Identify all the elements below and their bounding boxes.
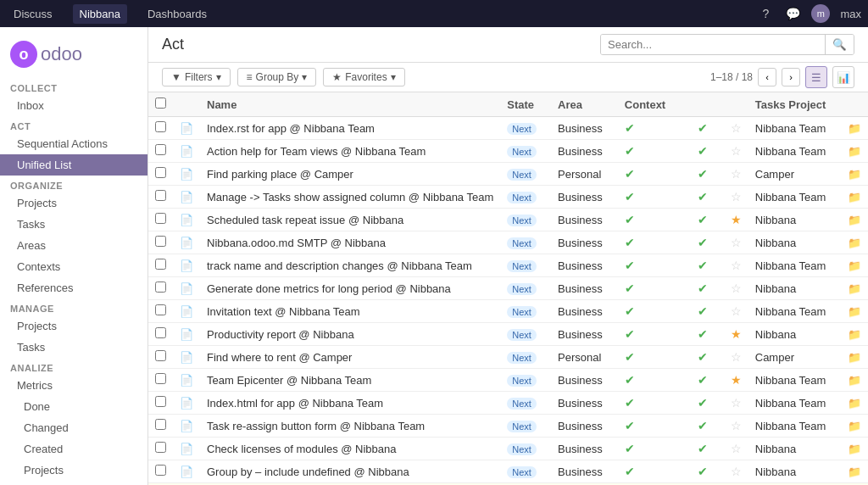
- search-button[interactable]: 🔍: [825, 35, 854, 54]
- row-name[interactable]: Task re-assign button form @ Nibbana Tea…: [200, 415, 500, 438]
- list-view-button[interactable]: ☰: [805, 66, 827, 88]
- help-icon[interactable]: ?: [757, 5, 774, 22]
- header-tasks-project[interactable]: Tasks Project: [748, 92, 841, 117]
- favorites-button[interactable]: ★ Favorites ▾: [323, 68, 404, 86]
- nav-discuss[interactable]: Discuss: [7, 4, 59, 24]
- star-icon[interactable]: ☆: [731, 167, 742, 181]
- row-checkbox[interactable]: [155, 419, 166, 430]
- sidebar-item-areas[interactable]: Areas: [0, 235, 147, 256]
- select-all-checkbox[interactable]: [155, 98, 166, 109]
- sidebar-item-contexts[interactable]: Contexts: [0, 256, 147, 277]
- star-icon[interactable]: ☆: [731, 350, 742, 364]
- header-name[interactable]: Name: [200, 92, 500, 117]
- sidebar-item-created[interactable]: Created: [0, 438, 147, 460]
- file-icon[interactable]: 📁: [848, 420, 861, 432]
- row-checkbox[interactable]: [155, 396, 166, 407]
- file-icon[interactable]: 📁: [848, 145, 861, 158]
- file-icon[interactable]: 📁: [848, 305, 861, 318]
- row-checkbox[interactable]: [155, 167, 166, 178]
- row-name[interactable]: Index.rst for app @ Nibbana Team: [200, 117, 500, 140]
- file-icon[interactable]: 📁: [848, 328, 861, 341]
- star-icon[interactable]: ☆: [731, 282, 742, 295]
- prev-page-button[interactable]: ‹: [758, 68, 776, 86]
- row-checkbox[interactable]: [155, 259, 166, 270]
- sidebar-item-organize-tasks[interactable]: Tasks: [0, 214, 147, 235]
- sidebar-item-organize-projects[interactable]: Projects: [0, 192, 147, 214]
- row-checkbox[interactable]: [155, 350, 166, 361]
- sidebar-item-unified-list[interactable]: Unified List: [0, 154, 147, 176]
- search-input[interactable]: [601, 35, 825, 54]
- sidebar-item-done[interactable]: Done: [0, 396, 147, 417]
- star-icon[interactable]: ☆: [731, 442, 742, 455]
- header-state[interactable]: State: [500, 92, 551, 117]
- row-name[interactable]: Team Epicenter @ Nibbana Team: [200, 369, 500, 392]
- filters-button[interactable]: ▼ Filters ▾: [162, 68, 231, 86]
- row-checkbox[interactable]: [155, 327, 166, 338]
- row-name[interactable]: Invitation text @ Nibbana Team: [200, 300, 500, 323]
- row-checkbox[interactable]: [155, 236, 166, 247]
- row-name[interactable]: Index.html for app @ Nibbana Team: [200, 392, 500, 415]
- row-name[interactable]: Find where to rent @ Camper: [200, 346, 500, 369]
- row-name[interactable]: Manage -> Tasks show assigned column @ N…: [200, 186, 500, 209]
- nav-dashboards[interactable]: Dashboards: [141, 4, 214, 24]
- avatar[interactable]: m: [811, 4, 830, 23]
- star-icon[interactable]: ☆: [731, 304, 742, 318]
- row-checkbox[interactable]: [155, 282, 166, 293]
- row-checkbox[interactable]: [155, 465, 166, 476]
- row-name[interactable]: track name and description changes @ Nib…: [200, 254, 500, 277]
- star-icon[interactable]: ☆: [731, 236, 742, 249]
- chat-icon[interactable]: 💬: [784, 5, 801, 22]
- row-name[interactable]: Check licenses of modules @ Nibbana: [200, 438, 500, 460]
- row-name[interactable]: Nibbana.odoo.md SMTP @ Nibbana: [200, 231, 500, 254]
- file-icon[interactable]: 📁: [848, 237, 861, 249]
- star-icon[interactable]: ☆: [731, 419, 742, 432]
- file-icon[interactable]: 📁: [848, 443, 861, 455]
- sidebar-item-metrics[interactable]: Metrics: [0, 375, 147, 396]
- file-icon[interactable]: 📁: [848, 191, 861, 203]
- star-icon[interactable]: ☆: [731, 396, 742, 410]
- file-icon[interactable]: 📁: [848, 374, 861, 387]
- file-icon[interactable]: 📁: [848, 214, 861, 226]
- row-name[interactable]: Generate done metrics for long period @ …: [200, 277, 500, 300]
- sidebar-item-changed[interactable]: Changed: [0, 417, 147, 438]
- sidebar-item-references[interactable]: References: [0, 277, 147, 298]
- star-icon[interactable]: ☆: [731, 465, 742, 478]
- file-icon[interactable]: 📁: [848, 282, 861, 295]
- nav-nibbana[interactable]: Nibbana: [73, 4, 127, 24]
- header-area[interactable]: Area: [551, 92, 618, 117]
- row-checkbox[interactable]: [155, 304, 166, 315]
- sidebar-item-analize-tasks[interactable]: Tasks: [0, 481, 147, 485]
- sidebar-item-analize-projects[interactable]: Projects: [0, 460, 147, 481]
- star-icon[interactable]: ☆: [731, 190, 742, 203]
- file-icon[interactable]: 📁: [848, 351, 861, 364]
- sidebar-item-manage-tasks[interactable]: Tasks: [0, 337, 147, 358]
- next-page-button[interactable]: ›: [782, 68, 800, 86]
- file-icon[interactable]: 📁: [848, 397, 861, 410]
- row-checkbox[interactable]: [155, 121, 166, 132]
- star-icon[interactable]: ☆: [731, 121, 742, 135]
- chart-view-button[interactable]: 📊: [832, 66, 854, 88]
- row-name[interactable]: Scheduled task repeat issue @ Nibbana: [200, 209, 500, 231]
- file-icon[interactable]: 📁: [848, 465, 861, 478]
- row-checkbox[interactable]: [155, 190, 166, 201]
- row-checkbox[interactable]: [155, 144, 166, 155]
- row-name[interactable]: Find parking place @ Camper: [200, 163, 500, 186]
- row-name[interactable]: Group by – include undefined @ Nibbana: [200, 460, 500, 483]
- star-icon[interactable]: ★: [731, 373, 742, 387]
- row-name[interactable]: Productivity report @ Nibbana: [200, 323, 500, 346]
- sidebar-item-inbox[interactable]: Inbox: [0, 95, 147, 116]
- file-icon[interactable]: 📁: [848, 259, 861, 272]
- star-icon[interactable]: ☆: [731, 259, 742, 272]
- row-checkbox[interactable]: [155, 373, 166, 384]
- row-name[interactable]: Action help for Team views @ Nibbana Tea…: [200, 140, 500, 163]
- row-checkbox[interactable]: [155, 442, 166, 453]
- group-by-button[interactable]: ≡ Group By ▾: [237, 68, 317, 86]
- header-context[interactable]: Context: [618, 92, 682, 117]
- sidebar-item-manage-projects[interactable]: Projects: [0, 315, 147, 337]
- file-icon[interactable]: 📁: [848, 122, 861, 135]
- star-icon[interactable]: ★: [731, 213, 742, 226]
- sidebar-item-sequential-actions[interactable]: Sequential Actions: [0, 133, 147, 154]
- file-icon[interactable]: 📁: [848, 168, 861, 181]
- row-checkbox[interactable]: [155, 213, 166, 224]
- star-icon[interactable]: ★: [731, 327, 742, 341]
